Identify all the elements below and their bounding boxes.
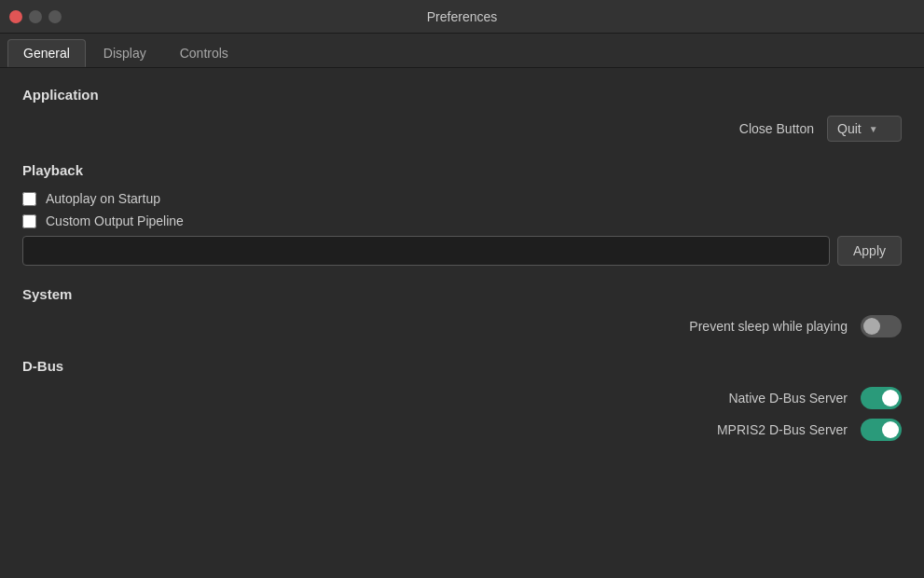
apply-button[interactable]: Apply [837, 236, 902, 266]
autoplay-checkbox[interactable] [22, 192, 36, 206]
close-button-label: Close Button [739, 121, 814, 136]
native-dbus-row: Native D-Bus Server [22, 387, 902, 409]
tab-general[interactable]: General [7, 39, 86, 67]
custom-pipeline-row: Custom Output Pipeline [22, 213, 902, 228]
native-toggle-thumb [882, 390, 899, 406]
titlebar: Preferences [0, 0, 924, 34]
close-window-button[interactable] [9, 10, 22, 23]
pipeline-input-row: Apply [22, 236, 902, 266]
mpris2-dbus-label: MPRIS2 D-Bus Server [717, 422, 848, 437]
mpris2-dbus-toggle[interactable] [861, 419, 902, 441]
native-dbus-label: Native D-Bus Server [728, 391, 848, 406]
custom-pipeline-checkbox[interactable] [22, 214, 36, 228]
dropdown-arrow-icon: ▼ [869, 124, 878, 134]
playback-title: Playback [22, 162, 902, 178]
close-button-dropdown[interactable]: Quit ▼ [827, 116, 902, 142]
custom-pipeline-label[interactable]: Custom Output Pipeline [46, 213, 184, 228]
tab-controls[interactable]: Controls [164, 39, 244, 67]
minimize-window-button[interactable] [29, 10, 42, 23]
mpris2-toggle-thumb [882, 421, 899, 438]
close-button-value: Quit [837, 121, 862, 136]
close-button-row: Close Button Quit ▼ [22, 116, 902, 142]
system-title: System [22, 286, 902, 302]
section-playback: Playback Autoplay on Startup Custom Outp… [22, 162, 902, 266]
pipeline-input[interactable] [22, 236, 830, 266]
prevent-sleep-toggle[interactable] [861, 315, 902, 337]
tab-display[interactable]: Display [88, 39, 162, 67]
dbus-title: D-Bus [22, 358, 902, 374]
mpris2-dbus-row: MPRIS2 D-Bus Server [22, 419, 902, 441]
window-title: Preferences [427, 9, 497, 24]
tabs-bar: General Display Controls [0, 34, 924, 68]
section-system: System Prevent sleep while playing [22, 286, 902, 337]
window-controls [9, 10, 62, 23]
main-content: Application Close Button Quit ▼ Playback… [0, 68, 924, 469]
section-application: Application Close Button Quit ▼ [22, 87, 902, 142]
application-title: Application [22, 87, 902, 103]
native-dbus-toggle[interactable] [861, 387, 902, 409]
maximize-window-button[interactable] [48, 10, 62, 23]
autoplay-label[interactable]: Autoplay on Startup [46, 191, 160, 206]
autoplay-row: Autoplay on Startup [22, 191, 902, 206]
prevent-sleep-row: Prevent sleep while playing [22, 315, 902, 337]
section-dbus: D-Bus Native D-Bus Server MPRIS2 D-Bus S… [22, 358, 902, 441]
prevent-sleep-label: Prevent sleep while playing [689, 319, 848, 334]
toggle-thumb [863, 318, 880, 335]
